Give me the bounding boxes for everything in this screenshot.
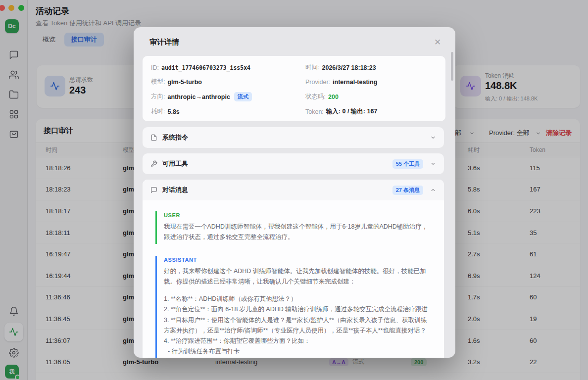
message-line: - 情绪管理辅导 <box>164 357 431 358</box>
audit-detail-modal: 审计详情 ✕ ID:audit_1774606703273_iss5x4时间:2… <box>134 27 455 358</box>
messages-count-badge: 27 条消息 <box>392 186 423 195</box>
info-field-value: 5.8s <box>167 108 179 115</box>
section-label: 可用工具 <box>162 159 188 168</box>
info-field: 模型:glm-5-turbo <box>151 78 305 86</box>
message-role-label: USER <box>164 212 431 218</box>
message-body: 我现在需要一个ADHD训练师智能体，帮我创建这个智能体，用于6-18岁儿童的AD… <box>164 222 431 243</box>
tools-count-badge: 55 个工具 <box>392 159 423 169</box>
chevron-up-icon <box>430 187 436 193</box>
info-field-value: 2026/3/27 18:18:23 <box>322 64 376 71</box>
info-field-value: internal-testing <box>333 79 377 86</box>
conversation-card: 对话消息 27 条消息 USER我现在需要一个ADHD训练师智能体，帮我创建这个… <box>143 180 444 358</box>
message-line: 1. **名称**：ADHD训练师（或你有其他想法？） <box>164 294 431 304</box>
wrench-icon <box>150 160 157 167</box>
info-field: Provider:internal-testing <box>305 78 437 86</box>
message-assistant: ASSISTANT好的，我来帮你创建这个 ADHD 训练师智能体。让我先加载创建… <box>155 256 431 358</box>
info-field-label: 状态码: <box>305 93 326 101</box>
message-icon <box>150 187 157 193</box>
info-field: ID:audit_1774606703273_iss5x4 <box>151 63 305 72</box>
message-line: 2. **角色定位**：面向 6-18 岁儿童的 ADHD 辅助治疗训练师，通过… <box>164 304 431 315</box>
info-field-value: glm-5-turbo <box>167 79 201 86</box>
info-field-label: 方向: <box>151 93 165 101</box>
message-line: 4. **治疗跟进范围**：你期望它覆盖哪些方面？比如： <box>164 336 431 346</box>
info-field-label: 模型: <box>151 78 165 86</box>
info-field: 方向:anthropic→anthropic流式 <box>151 92 305 101</box>
message-user: USER我现在需要一个ADHD训练师智能体，帮我创建这个智能体，用于6-18岁儿… <box>155 211 431 244</box>
modal-title: 审计详情 <box>149 38 179 47</box>
stream-badge: 流式 <box>234 92 252 101</box>
message-line: - 行为训练任务布置与打卡 <box>164 346 431 357</box>
info-field-label: ID: <box>151 64 159 71</box>
message-line: 我现在需要一个ADHD训练师智能体，帮我创建这个智能体，用于6-18岁儿童的AD… <box>164 222 431 243</box>
audit-info-card: ID:audit_1774606703273_iss5x4时间:2026/3/2… <box>143 56 445 121</box>
info-field-value: 200 <box>328 94 339 100</box>
message-body: 好的，我来帮你创建这个 ADHD 训练师智能体。让我先加载创建智能体的技能。很好… <box>164 266 431 358</box>
message-line <box>164 287 431 294</box>
info-field-value: 输入: 0 / 输出: 167 <box>326 107 378 116</box>
info-field: 时间:2026/3/27 18:18:23 <box>305 63 437 72</box>
section-conversation-messages[interactable]: 对话消息 27 条消息 <box>143 180 444 200</box>
document-icon <box>150 134 157 141</box>
info-field-value: anthropic→anthropic <box>167 94 230 100</box>
message-line: 好的，我来帮你创建这个 ADHD 训练师智能体。让我先加载创建智能体的技能。很好… <box>164 266 431 287</box>
info-field: Token:输入: 0 / 输出: 167 <box>305 107 437 116</box>
section-label: 对话消息 <box>162 186 188 194</box>
info-field-label: Token: <box>305 108 324 115</box>
modal-scrollbar-thumb[interactable] <box>451 52 453 81</box>
app-window: Dc 我 活动记录 查看 Token 使用统计和 API 调用记录 概览 <box>0 0 588 380</box>
section-available-tools[interactable]: 可用工具 55 个工具 <box>143 153 444 174</box>
close-icon[interactable]: ✕ <box>432 36 443 48</box>
info-field: 状态码:200 <box>305 92 437 101</box>
section-system-prompt[interactable]: 系统指令 <box>143 127 444 148</box>
section-label: 系统指令 <box>162 133 188 142</box>
message-list: USER我现在需要一个ADHD训练师智能体，帮我创建这个智能体，用于6-18岁儿… <box>143 200 444 358</box>
info-field-label: 时间: <box>305 63 319 72</box>
chevron-down-icon <box>430 135 436 141</box>
info-field-label: Provider: <box>305 79 330 86</box>
message-line: 3. **目标用户**：使用这个智能体的人是谁？是**家长/监护人**（由家长录… <box>164 315 431 336</box>
chevron-down-icon <box>430 161 436 167</box>
info-field: 耗时:5.8s <box>151 107 305 116</box>
info-field-value: audit_1774606703273_iss5x4 <box>161 64 250 71</box>
message-role-label: ASSISTANT <box>164 257 431 263</box>
info-field-label: 耗时: <box>151 107 165 116</box>
